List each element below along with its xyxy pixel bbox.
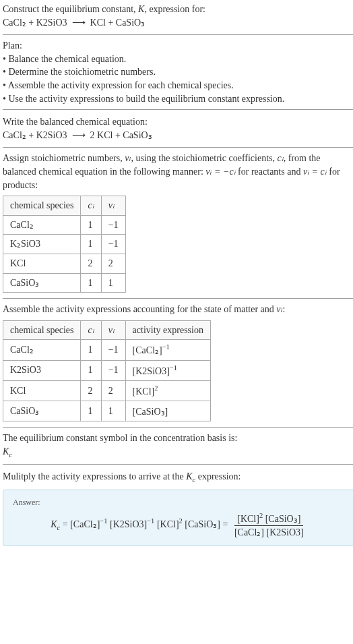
kc-k: K [186,471,192,481]
multiply-text: expression: [195,471,240,481]
intro-equation: CaCl₂ + K2SiO3 ⟶ KCl + CaSiO₃ [3,18,145,28]
ci-cell: 1 [81,360,101,380]
answer-fraction: [KCl]2 [CaSiO₃] [CaCl₂] [K2SiO3] [232,511,307,539]
ci-cell: 2 [81,380,101,401]
species-cell: KCl [3,254,81,273]
table-row: CaSiO₃11 [3,273,126,293]
arrow-icon: ⟶ [72,130,86,140]
answer-box: Answer: Kc = [CaCl₂]−1 [K2SiO3]−1 [KCl]2… [3,490,353,547]
table-header: νᵢ [101,320,125,340]
kc-sub: c [9,451,12,459]
plan-bullet: • Determine the stoichiometric numbers. [3,65,353,79]
term-base: [KCl] [157,519,179,529]
stoich-intro: Assign stoichiometric numbers, νᵢ, using… [3,153,340,189]
stoich-ci: cᵢ [278,153,284,163]
species-cell: KCl [3,380,81,401]
species-cell: CaSiO₃ [3,273,81,293]
species-cell: CaSiO₃ [3,401,81,421]
table-header: chemical species [3,196,81,216]
activity-nu: νᵢ [276,304,282,314]
intro-text-end: , expression for: [144,4,205,14]
kc-symbol: Kc [51,519,60,529]
ae-exp: −1 [162,343,170,351]
plan-bullet: • Balance the chemical equation. [3,53,353,66]
num-exp: 2 [259,512,263,519]
intro-block: Construct the equilibrium constant, K, e… [3,3,353,29]
ci-cell: 1 [81,401,101,421]
nu-cell: 2 [101,254,125,273]
species-cell: K2SiO3 [3,360,81,380]
multiply-block: Mulitply the activity expressions to arr… [3,470,353,485]
table-header-row: chemical species cᵢ νᵢ [3,196,126,216]
balanced-reactants: CaCl₂ + K2SiO3 [3,130,67,140]
plan-bullet: • Assemble the activity expression for e… [3,79,353,92]
species-cell: CaCl₂ [3,340,81,360]
species-cell: K₂SiO3 [3,235,81,254]
activity-table: chemical species cᵢ νᵢ activity expressi… [3,320,211,422]
term-base: [CaSiO₃] [185,519,220,529]
nu-cell: −1 [101,340,125,360]
intro-reactants: CaCl₂ + K2SiO3 [3,18,67,28]
table-header: cᵢ [81,320,101,340]
nu-cell: −1 [101,360,125,380]
activity-intro-text: Assemble the activity expressions accoun… [3,304,276,314]
ae-exp: 2 [154,384,158,392]
fraction-numerator: [KCl]2 [CaSiO₃] [234,511,303,526]
activity-expr-cell: [CaSiO₃] [125,401,210,421]
ci-cell: 1 [81,235,101,254]
stoich-table: chemical species cᵢ νᵢ CaCl₂1−1 K₂SiO31−… [3,196,126,293]
arrow-icon: ⟶ [72,18,86,28]
table-header: chemical species [3,320,81,340]
ci-cell: 1 [81,273,101,293]
table-row: CaCl₂1−1[CaCl₂]−1 [3,340,211,360]
stoich-intro-text: for reactants and [236,167,303,177]
intro-k: K [138,4,144,14]
term-exp: −1 [147,517,154,525]
answer-term: [CaSiO₃] [185,519,220,529]
fraction-denominator: [CaCl₂] [K2SiO3] [232,526,307,539]
table-header-row: chemical species cᵢ νᵢ activity expressi… [3,320,211,340]
species-cell: CaCl₂ [3,215,81,235]
answer-term: [CaCl₂]−1 [70,519,107,529]
nu-cell: −1 [101,235,125,254]
nu-cell: 1 [101,273,125,293]
nu-cell: −1 [101,215,125,235]
kc-symbol: Kc [3,446,12,457]
kc-symbol-text: The equilibrium constant symbol in the c… [3,432,353,445]
answer-label: Answer: [13,497,346,508]
eq-sign: = [60,519,70,529]
ci-cell: 1 [81,340,101,360]
activity-expr-cell: [CaCl₂]−1 [125,340,210,360]
kc-k: K [51,519,57,529]
ci-cell: 2 [81,254,101,273]
nu-cell: 1 [101,401,125,421]
table-row: KCl22 [3,254,126,273]
table-header: activity expression [125,320,210,340]
intro-products: KCl + CaSiO₃ [90,18,146,28]
eq-sign: = [220,519,230,529]
num-term: [KCl] [237,513,259,523]
kc-symbol-section: The equilibrium constant symbol in the c… [3,427,353,465]
answer-term: [K2SiO3]−1 [110,519,154,529]
nu-cell: 2 [101,380,125,401]
activity-intro-text: : [283,304,286,314]
table-row: CaCl₂1−1 [3,215,126,235]
activity-section: Assemble the activity expressions accoun… [3,298,353,421]
multiply-text: Mulitply the activity expressions to arr… [3,471,186,481]
ci-cell: 1 [81,215,101,235]
table-header: νᵢ [101,196,125,216]
answer-expression: Kc = [CaCl₂]−1 [K2SiO3]−1 [KCl]2 [CaSiO₃… [13,511,346,539]
table-row: K₂SiO31−1 [3,235,126,254]
balanced-header: Write the balanced chemical equation: [3,115,353,129]
table-row: CaSiO₃11[CaSiO₃] [3,401,211,421]
intro-text: Construct the equilibrium constant, [3,4,138,14]
ae-base: [K2SiO3] [133,365,170,376]
answer-term: [KCl]2 [157,519,183,529]
table-row: KCl22[KCl]2 [3,380,211,401]
den-term: [K2SiO3] [266,527,303,537]
stoich-eq2: νᵢ = cᵢ [303,167,327,177]
den-term: [CaCl₂] [234,527,264,537]
activity-expr-cell: [K2SiO3]−1 [125,360,210,380]
activity-intro: Assemble the activity expressions accoun… [3,304,285,314]
balanced-block: Write the balanced chemical equation: Ca… [3,115,353,142]
